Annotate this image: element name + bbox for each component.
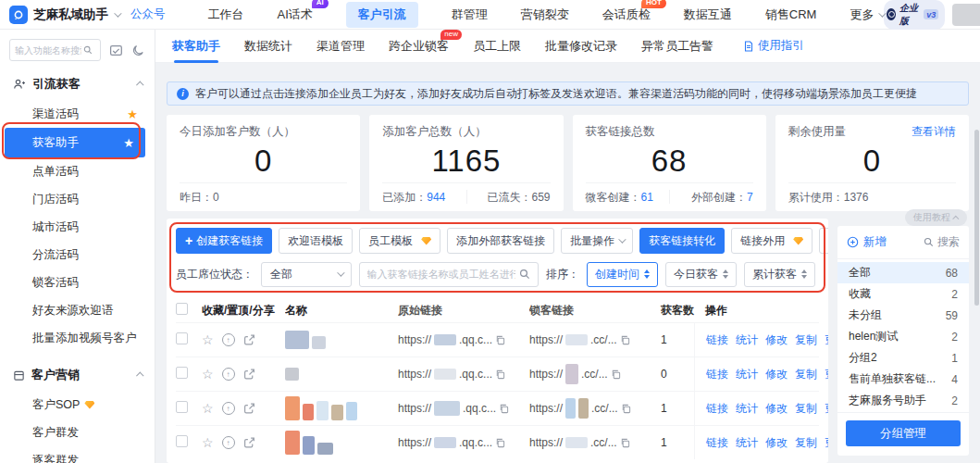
pin-top-icon[interactable]: ↑: [222, 368, 235, 381]
batch-operations-button[interactable]: 批量操作: [561, 228, 633, 254]
action-more[interactable]: 更多: [825, 367, 828, 382]
add-group-button[interactable]: 新增: [847, 234, 887, 250]
nav-sales-crm[interactable]: 销售CRM: [765, 6, 817, 23]
sort-by-today[interactable]: 今日获客: [665, 262, 737, 287]
sidebar-section-acquisition[interactable]: 引流获客: [0, 61, 155, 100]
action-copy[interactable]: 复制: [795, 401, 817, 417]
sidebar-item-store-qr[interactable]: 门店活码: [0, 185, 155, 213]
view-details-link[interactable]: 查看详情: [912, 124, 956, 140]
sidebar-item-city-qr[interactable]: 城市活码: [0, 213, 155, 241]
nav-workbench[interactable]: 工作台: [208, 6, 244, 23]
external-created-count[interactable]: 7: [747, 191, 753, 204]
copy-icon[interactable]: [611, 369, 621, 380]
welcome-template-button[interactable]: 欢迎语模板: [279, 228, 353, 254]
favorite-star-icon[interactable]: ☆: [202, 402, 214, 415]
star-icon[interactable]: ★: [127, 108, 138, 120]
channel-link[interactable]: 公众号: [130, 6, 166, 22]
manage-groups-button[interactable]: 分组管理: [846, 420, 961, 446]
action-more[interactable]: 更多: [825, 435, 828, 451]
nav-ai-script[interactable]: AI话术AI: [278, 6, 313, 23]
favorite-star-icon[interactable]: ☆: [202, 368, 214, 381]
row-checkbox[interactable]: [176, 332, 188, 344]
sidebar-item-customer-sop[interactable]: 客户SOP: [0, 391, 155, 419]
sidebar-item-acquisition-assistant[interactable]: 获客助手★: [5, 128, 145, 157]
action-more[interactable]: 更多: [825, 401, 828, 417]
moon-icon[interactable]: [131, 44, 145, 57]
share-icon[interactable]: [243, 437, 255, 449]
star-icon[interactable]: ★: [123, 137, 134, 149]
group-item-group2[interactable]: 分组21: [837, 347, 969, 369]
pin-top-icon[interactable]: ↑: [222, 333, 235, 346]
nav-customer-acquisition[interactable]: 客户引流: [346, 2, 418, 28]
action-stats[interactable]: 统计: [736, 435, 758, 451]
added-count[interactable]: 944: [427, 191, 445, 204]
action-stats[interactable]: 统计: [736, 332, 758, 348]
favorite-star-icon[interactable]: ☆: [202, 333, 214, 346]
nav-chat-inspection[interactable]: 会话质检HOT: [602, 6, 651, 23]
tab-abnormal-staff-alert[interactable]: 异常员工告警: [641, 38, 713, 55]
tab-staff-limit[interactable]: 员工上限: [473, 38, 521, 55]
action-link[interactable]: 链接: [706, 435, 728, 451]
copy-icon[interactable]: [499, 404, 509, 414]
tab-acquisition-assistant[interactable]: 获客助手: [172, 38, 220, 55]
select-all-checkbox[interactable]: [176, 303, 188, 315]
brand[interactable]: 芝麻私域助手: [9, 6, 119, 24]
sort-by-total[interactable]: 累计获客: [744, 262, 815, 287]
copy-icon[interactable]: [495, 369, 505, 380]
action-edit[interactable]: 修改: [765, 435, 788, 451]
sort-by-create-time[interactable]: 创建时间: [587, 262, 658, 287]
link-conversion-button[interactable]: 获客链接转化: [639, 228, 725, 254]
sidebar-item-customer-mass-send[interactable]: 客户群发: [0, 419, 155, 446]
row-checkbox[interactable]: [176, 435, 188, 447]
action-copy[interactable]: 复制: [795, 332, 817, 348]
action-link[interactable]: 链接: [706, 401, 728, 417]
sidebar-item-chase-mass-send[interactable]: 逐客群发: [0, 446, 155, 463]
create-link-button[interactable]: +创建获客链接: [176, 228, 272, 254]
group-item-service-assistant[interactable]: 芝麻服务号助手2: [837, 390, 969, 411]
sidebar-item-channel-qr[interactable]: 渠道活码★: [0, 100, 155, 128]
avatar[interactable]: [952, 4, 980, 26]
link-external-use-button[interactable]: 链接外用: [731, 228, 813, 254]
favorite-star-icon[interactable]: ☆: [202, 436, 214, 449]
sidebar-section-marketing[interactable]: 客户营销: [0, 352, 155, 391]
sidebar-item-video-batch[interactable]: 批量添加视频号客户: [0, 324, 155, 352]
sidebar-item-order-qr[interactable]: 点单活码: [0, 157, 155, 185]
add-external-link-button[interactable]: 添加外部获客链接: [447, 228, 554, 254]
copy-icon[interactable]: [495, 438, 505, 448]
nav-data-interchange[interactable]: 数据互通: [684, 6, 732, 23]
sidebar-search-input[interactable]: [15, 45, 81, 56]
group-item-all[interactable]: 全部68: [837, 262, 969, 283]
share-icon[interactable]: [243, 403, 255, 415]
link-search[interactable]: [359, 262, 539, 287]
tab-cross-enterprise-lock[interactable]: 跨企业锁客new: [389, 38, 449, 55]
action-edit[interactable]: 修改: [765, 332, 788, 348]
share-metrics-button[interactable]: 分享指标: [819, 228, 828, 254]
nav-more[interactable]: 更多: [850, 6, 884, 23]
share-icon[interactable]: [243, 369, 255, 381]
nav-marketing-fission[interactable]: 营销裂变: [521, 6, 569, 23]
action-stats[interactable]: 统计: [736, 401, 758, 417]
copy-icon[interactable]: [620, 438, 630, 448]
wechat-created-count[interactable]: 61: [641, 191, 653, 204]
action-edit[interactable]: 修改: [765, 367, 788, 382]
sidebar-search[interactable]: [9, 39, 101, 61]
sidebar-item-split-qr[interactable]: 分流活码: [0, 241, 155, 269]
group-item-ungrouped[interactable]: 未分组59: [837, 305, 969, 326]
row-checkbox[interactable]: [176, 367, 188, 379]
tab-channel-management[interactable]: 渠道管理: [316, 38, 365, 55]
pin-top-icon[interactable]: ↑: [222, 402, 235, 415]
copy-icon[interactable]: [621, 404, 631, 414]
quick-entry-icon[interactable]: [109, 44, 123, 57]
group-search-button[interactable]: 搜索: [924, 234, 960, 250]
tab-batch-modify-log[interactable]: 批量修改记录: [545, 38, 617, 55]
sidebar-item-lock-qr[interactable]: 锁客活码: [0, 269, 155, 296]
copy-icon[interactable]: [620, 335, 630, 345]
action-edit[interactable]: 修改: [765, 401, 788, 417]
action-link[interactable]: 链接: [706, 332, 728, 348]
action-stats[interactable]: 统计: [736, 367, 758, 382]
group-item-favorites[interactable]: 收藏2: [837, 283, 969, 305]
share-icon[interactable]: [243, 334, 255, 346]
action-copy[interactable]: 复制: [795, 435, 817, 451]
nav-group-management[interactable]: 群管理: [452, 6, 488, 23]
action-copy[interactable]: 复制: [795, 367, 817, 382]
